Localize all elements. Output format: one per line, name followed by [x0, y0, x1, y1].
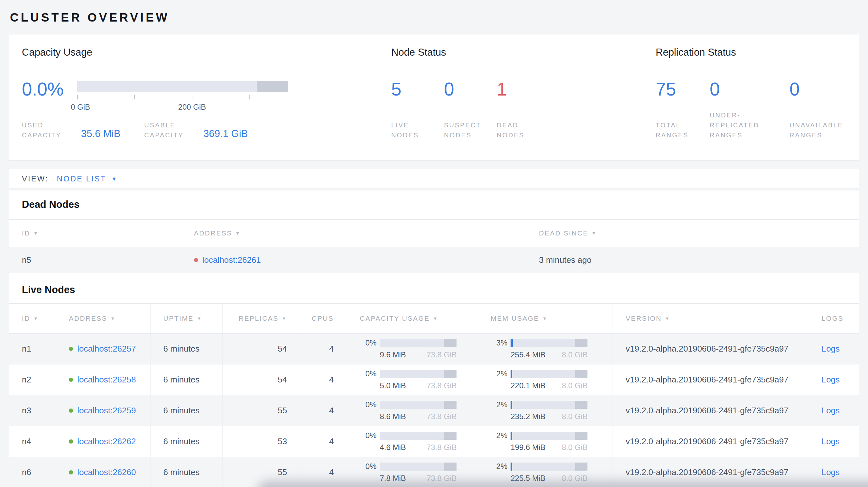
dead-col-dead-since-label: DEAD SINCE — [539, 229, 588, 237]
live-col-uptime[interactable]: UPTIME ▼ — [150, 304, 223, 333]
view-dropdown-value: NODE LIST — [57, 174, 106, 183]
node-replicas: 54 — [222, 333, 303, 364]
live-col-address[interactable]: ADDRESS ▼ — [56, 304, 150, 333]
live-status-dot-icon — [69, 440, 73, 444]
capacity-total-value: 73.8 GiB — [427, 412, 457, 421]
logs-link[interactable]: Logs — [822, 436, 859, 447]
node-replicas: 54 — [222, 364, 303, 395]
axis-tick — [192, 95, 192, 99]
node-mem-cell: 2% 199.6 MiB 8.0 GiB — [480, 426, 613, 457]
mem-meter-bar — [510, 462, 587, 470]
live-nodes-title: Live Nodes — [9, 273, 859, 303]
mem-percent: 2% — [491, 431, 507, 440]
bottom-shadow — [257, 481, 868, 487]
mem-meter-fill — [510, 462, 512, 470]
view-label: VIEW: — [22, 174, 49, 183]
live-col-replicas[interactable]: REPLICAS ▼ — [222, 304, 303, 333]
live-col-mem-label: MEM USAGE — [491, 315, 539, 322]
sort-arrow-icon: ▼ — [236, 231, 241, 236]
node-mem-cell: 2% 235.2 MiB 8.0 GiB — [480, 395, 613, 426]
suspect-nodes-count: 0 — [444, 80, 497, 98]
capacity-percent: 0.0% — [22, 80, 77, 98]
mem-used-value: 220.1 MiB — [510, 381, 545, 390]
mem-meter-bar — [510, 432, 587, 440]
capacity-percent: 0% — [360, 400, 376, 409]
live-nodes-count: 5 — [391, 80, 444, 98]
live-col-logs-label: LOGS — [822, 315, 843, 322]
logs-link[interactable]: Logs — [822, 405, 859, 416]
mem-meter-fill — [510, 339, 513, 347]
mem-used-value: 255.4 MiB — [510, 350, 545, 359]
unavailable-ranges-count: 0 — [789, 80, 859, 98]
summary-card: Capacity Usage 0.0% 0 GiB 200 GiB — [9, 34, 859, 161]
view-dropdown[interactable]: NODE LIST ▼ — [57, 174, 117, 183]
mem-total-value: 8.0 GiB — [562, 412, 587, 421]
mem-used-value: 199.6 MiB — [510, 443, 545, 452]
mem-percent: 2% — [491, 369, 507, 378]
sort-arrow-icon: ▼ — [665, 316, 670, 321]
node-address-cell: localhost:26259 — [56, 395, 150, 426]
replication-status-heading: Replication Status — [656, 46, 859, 59]
live-status-dot-icon — [69, 378, 73, 382]
dead-nodes-label: DEAD NODES — [497, 120, 550, 140]
dead-col-id[interactable]: ID ▼ — [9, 220, 181, 247]
node-capacity-cell: 0% 9.6 MiB 73.8 GiB — [350, 333, 480, 364]
mem-meter-endcap — [575, 370, 587, 378]
live-col-logs: LOGS — [810, 304, 859, 333]
capacity-bar-reserved-segment — [257, 81, 288, 92]
node-uptime: 6 minutes — [150, 364, 223, 395]
logs-link[interactable]: Logs — [822, 344, 859, 354]
node-address-link[interactable]: localhost:26257 — [77, 344, 136, 354]
capacity-used-value: 9.6 MiB — [380, 350, 406, 359]
node-address-link[interactable]: localhost:26258 — [77, 375, 136, 385]
sort-arrow-icon: ▼ — [33, 231, 39, 236]
dead-col-address[interactable]: ADDRESS ▼ — [181, 220, 526, 247]
dead-col-dead-since[interactable]: DEAD SINCE ▼ — [526, 220, 859, 247]
capacity-bar: 0 GiB 200 GiB — [77, 80, 288, 92]
live-col-version[interactable]: VERSION ▼ — [613, 304, 810, 333]
live-col-capacity[interactable]: CAPACITY USAGE ▼ — [350, 304, 480, 333]
dead-node-address-link[interactable]: localhost:26261 — [203, 255, 261, 265]
capacity-meter-bar — [380, 432, 457, 440]
node-version: v19.2.0-alpha.20190606-2491-gfe735c9a97 — [613, 426, 810, 457]
mem-meter-fill — [510, 401, 512, 409]
mem-meter-fill — [510, 432, 512, 440]
dead-nodes-count: 1 — [497, 80, 550, 98]
replication-status-section: Replication Status 75 TOTAL RANGES 0 UND… — [656, 34, 859, 160]
capacity-percent: 0% — [360, 338, 376, 347]
node-address-cell: localhost:26257 — [56, 333, 150, 364]
live-col-cpus: CPUS — [303, 304, 350, 333]
used-capacity-stat: USED CAPACITY 35.6 MiB — [22, 120, 120, 140]
dead-col-id-label: ID — [22, 229, 30, 237]
live-status-dot-icon — [69, 470, 73, 475]
node-address-link[interactable]: localhost:26260 — [77, 467, 136, 477]
node-cpus: 4 — [303, 395, 350, 426]
mem-meter-endcap — [575, 432, 587, 440]
dead-node-row: n5 localhost:26261 3 minutes ago — [9, 247, 859, 273]
capacity-used-value: 8.6 MiB — [380, 412, 406, 421]
dead-nodes-table-header: ID ▼ ADDRESS ▼ DEAD SINCE ▼ — [9, 219, 859, 247]
node-address-link[interactable]: localhost:26259 — [77, 405, 136, 416]
mem-meter-endcap — [575, 462, 587, 470]
live-col-capacity-label: CAPACITY USAGE — [360, 315, 430, 322]
live-col-id[interactable]: ID ▼ — [9, 304, 56, 333]
dead-node-dead-since: 3 minutes ago — [526, 247, 859, 273]
capacity-meter-endcap — [444, 432, 457, 440]
live-node-row: n3 localhost:26259 6 minutes 55 4 0% — [9, 395, 859, 426]
capacity-meter-bar — [380, 401, 457, 409]
logs-link[interactable]: Logs — [822, 467, 859, 477]
view-bar: VIEW: NODE LIST ▼ — [9, 169, 859, 189]
capacity-percent: 0% — [360, 369, 376, 378]
mem-total-value: 8.0 GiB — [562, 381, 587, 390]
node-id: n2 — [9, 364, 56, 395]
sort-arrow-icon: ▼ — [592, 231, 597, 236]
used-capacity-value: 35.6 MiB — [81, 128, 120, 140]
logs-link[interactable]: Logs — [822, 375, 859, 385]
live-col-mem[interactable]: MEM USAGE ▼ — [480, 304, 613, 333]
total-ranges-count: 75 — [656, 80, 710, 98]
usable-capacity-label: USABLE CAPACITY — [144, 120, 202, 140]
axis-tick-label: 0 GiB — [71, 103, 90, 111]
node-replicas: 55 — [222, 395, 303, 426]
node-address-link[interactable]: localhost:26262 — [77, 436, 136, 447]
total-ranges-label: TOTAL RANGES — [656, 120, 710, 140]
